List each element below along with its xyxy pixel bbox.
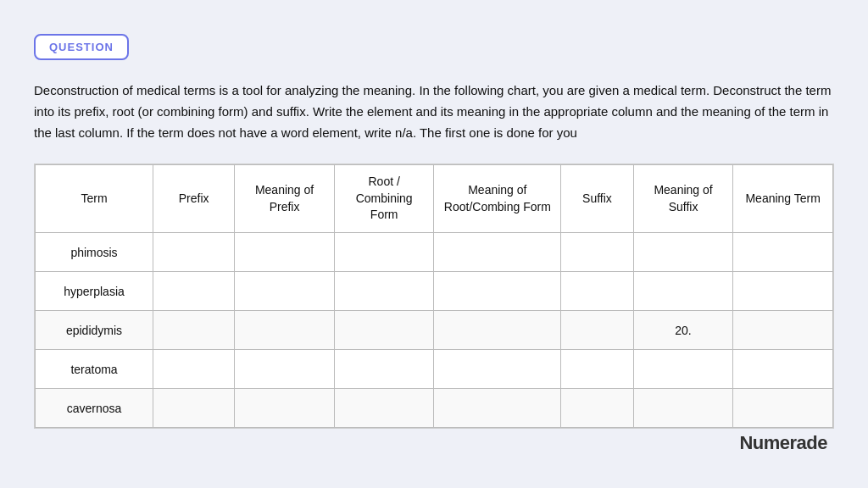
- cell-prefix: [153, 311, 235, 350]
- cell-prefix: [153, 233, 235, 272]
- cell-prefix: [153, 350, 235, 389]
- numerade-logo: Numerade: [34, 432, 834, 454]
- cell-suffix: [561, 350, 634, 389]
- cell-term: teratoma: [36, 350, 153, 389]
- question-badge: QUESTION: [34, 34, 129, 60]
- cell-prefix: [153, 272, 235, 311]
- cell-meaning_term: [733, 389, 833, 428]
- cell-meaning_prefix: [235, 389, 335, 428]
- cell-term: epididymis: [36, 311, 153, 350]
- cell-prefix: [153, 389, 235, 428]
- cell-meaning_term: [733, 233, 833, 272]
- table-row: teratoma: [36, 350, 833, 389]
- badge-label: QUESTION: [49, 41, 114, 53]
- cell-meaning_suffix: [633, 350, 733, 389]
- col-header-meaning-prefix: Meaning of Prefix: [235, 165, 335, 233]
- cell-meaning_root: [434, 389, 561, 428]
- col-header-suffix: Suffix: [561, 165, 634, 233]
- cell-suffix: [561, 311, 634, 350]
- cell-meaning_suffix: [633, 389, 733, 428]
- cell-root: [334, 272, 434, 311]
- cell-suffix: [561, 233, 634, 272]
- cell-meaning_prefix: [235, 311, 335, 350]
- main-table-wrapper: Term Prefix Meaning of Prefix Root / Com…: [34, 164, 834, 429]
- cell-suffix: [561, 272, 634, 311]
- cell-term: cavernosa: [36, 389, 153, 428]
- table-row: hyperplasia: [36, 272, 833, 311]
- cell-meaning_suffix: 20.: [633, 311, 733, 350]
- col-header-meaning-term: Meaning Term: [733, 165, 833, 233]
- cell-meaning_prefix: [235, 272, 335, 311]
- cell-root: [334, 389, 434, 428]
- table-row: cavernosa: [36, 389, 833, 428]
- table-row: phimosis: [36, 233, 833, 272]
- cell-suffix: [561, 389, 634, 428]
- cell-root: [334, 350, 434, 389]
- logo-text: Numerade: [739, 432, 827, 454]
- cell-meaning_root: [434, 311, 561, 350]
- table-body: phimosishyperplasiaepididymis20.teratoma…: [36, 233, 833, 428]
- col-header-meaning-suffix: Meaning of Suffix: [633, 165, 733, 233]
- col-header-root: Root / Combining Form: [334, 165, 434, 233]
- cell-term: phimosis: [36, 233, 153, 272]
- col-header-prefix: Prefix: [153, 165, 235, 233]
- cell-meaning_root: [434, 350, 561, 389]
- col-header-meaning-root: Meaning of Root/Combing Form: [434, 165, 561, 233]
- cell-meaning_term: [733, 350, 833, 389]
- table-row: epididymis20.: [36, 311, 833, 350]
- cell-meaning_prefix: [235, 233, 335, 272]
- cell-meaning_root: [434, 272, 561, 311]
- cell-meaning_term: [733, 272, 833, 311]
- table-header-row: Term Prefix Meaning of Prefix Root / Com…: [36, 165, 833, 233]
- cell-meaning_prefix: [235, 350, 335, 389]
- cell-meaning_term: [733, 311, 833, 350]
- description-text: Deconstruction of medical terms is a too…: [34, 80, 834, 143]
- col-header-term: Term: [36, 165, 153, 233]
- cell-root: [334, 311, 434, 350]
- term-table: Term Prefix Meaning of Prefix Root / Com…: [35, 164, 833, 428]
- cell-root: [334, 233, 434, 272]
- cell-term: hyperplasia: [36, 272, 153, 311]
- cell-meaning_root: [434, 233, 561, 272]
- cell-meaning_suffix: [633, 272, 733, 311]
- cell-meaning_suffix: [633, 233, 733, 272]
